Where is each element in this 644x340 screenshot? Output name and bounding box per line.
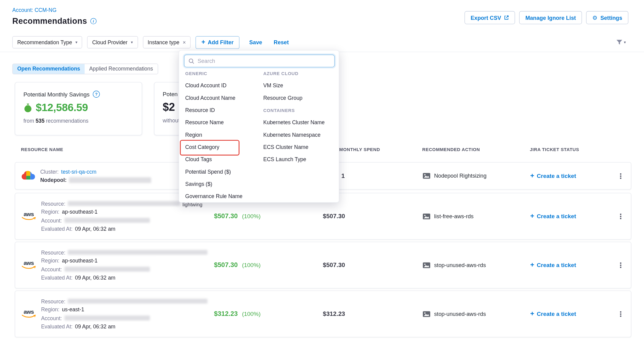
search-box[interactable] [184, 55, 335, 67]
spend-card-title: Poten [163, 91, 177, 97]
manage-ignore-list-button[interactable]: Manage Ignore List [519, 11, 582, 24]
redacted-value [68, 201, 180, 206]
filter-option-potential-spend[interactable]: Potential Spend ($) [185, 166, 263, 178]
redacted-value [68, 250, 207, 255]
create-ticket-button[interactable]: + Create a ticket [530, 310, 613, 318]
filter-option-cloud-account-id[interactable]: Cloud Account ID [185, 80, 263, 92]
filter-bar: Recommendation Type ▾ Cloud Provider ▾ I… [0, 33, 644, 52]
filter-section-azure-cloud: AZURE CLOUD [263, 67, 337, 79]
filter-option-kubernetes-namespace[interactable]: Kubernetes Namespace [263, 129, 337, 141]
add-filter-button[interactable]: + Add Filter [196, 36, 240, 49]
savings-percent: (100%) [242, 213, 261, 220]
region-value: us-east-1 [62, 307, 84, 313]
spend-value-fragment: 1 [341, 172, 345, 179]
region-label: Region: [41, 209, 59, 215]
filter-option-kubernetes-cluster-name[interactable]: Kubernetes Cluster Name [263, 117, 337, 129]
filter-option-cloud-account-name[interactable]: Cloud Account Name [185, 92, 263, 104]
account-breadcrumb-link[interactable]: Account: CCM-NG [12, 7, 57, 13]
savings-card-title: Potential Monthly Savings [24, 91, 90, 98]
filter-panel-toggle[interactable]: ▾ [616, 39, 626, 45]
recommendations-tabs: Open Recommendations Applied Recommendat… [12, 63, 158, 74]
page-title-row: Recommendations i [12, 16, 97, 26]
page-title: Recommendations [12, 16, 87, 26]
col-header-jira-ticket-status: JIRA TICKET STATUS [524, 147, 612, 152]
settings-label: Settings [600, 15, 622, 21]
potential-monthly-savings-card: Potential Monthly Savings ? $12,586.59 f… [15, 82, 142, 136]
save-filter-button[interactable]: Save [249, 39, 262, 45]
evaluated-at-label: Evaluated At: [41, 324, 72, 330]
chevron-down-icon: ▾ [75, 40, 78, 44]
row-menu-icon[interactable]: ⋮ [617, 261, 624, 269]
row-menu-icon[interactable]: ⋮ [617, 212, 624, 220]
recommendations-page: Account: CCM-NG Recommendations i Export… [0, 0, 644, 340]
filter-option-governance-rule-name[interactable]: Governance Rule Name [185, 190, 263, 203]
chip-label: Cloud Provider [92, 39, 128, 45]
row-menu-icon[interactable]: ⋮ [617, 172, 624, 180]
action-image-icon [423, 262, 430, 268]
evaluated-at-label: Evaluated At: [41, 226, 72, 232]
account-label: Account: [41, 315, 62, 321]
redacted-value [69, 177, 151, 183]
filter-chip-instance-type[interactable]: Instance type × [143, 36, 191, 48]
aws-icon: aws [21, 261, 36, 270]
resource-name-tail: lightwing [182, 202, 202, 208]
add-filter-label: Add Filter [208, 39, 234, 45]
gear-icon: ⚙ [592, 15, 598, 20]
tab-applied-recommendations[interactable]: Applied Recommendations [85, 64, 157, 74]
reset-filter-button[interactable]: Reset [274, 39, 289, 45]
plus-icon: + [530, 172, 534, 180]
filter-chip-recommendation-type[interactable]: Recommendation Type ▾ [12, 36, 82, 48]
filter-option-cloud-tags[interactable]: Cloud Tags [185, 154, 263, 166]
cluster-name-link[interactable]: test-sri-qa-ccm [61, 168, 97, 175]
spend-value: $507.30 [323, 261, 345, 268]
search-input[interactable] [198, 58, 330, 64]
filter-option-cost-category[interactable]: Cost Category [185, 141, 263, 153]
savings-subtext: from 535 recommendations [24, 118, 134, 124]
aws-icon: aws [21, 309, 36, 319]
plus-icon: + [530, 310, 534, 318]
create-ticket-label: Create a ticket [537, 311, 576, 317]
nodepool-label: Nodepool: [40, 177, 67, 183]
filter-option-vm-size[interactable]: VM Size [263, 80, 337, 92]
create-ticket-button[interactable]: + Create a ticket [530, 212, 613, 220]
create-ticket-label: Create a ticket [537, 172, 576, 179]
close-icon[interactable]: × [183, 40, 186, 45]
redacted-value [64, 218, 150, 223]
money-bag-icon [24, 103, 33, 113]
filter-option-resource-group[interactable]: Resource Group [263, 92, 337, 104]
create-ticket-button[interactable]: + Create a ticket [530, 172, 613, 180]
region-value: ap-southeast-1 [62, 258, 98, 264]
redacted-value [64, 316, 150, 320]
region-label: Region: [41, 258, 59, 264]
filter-option-resource-name[interactable]: Resource Name [185, 117, 263, 129]
export-csv-button[interactable]: Export CSV [464, 11, 515, 24]
settings-button[interactable]: ⚙ Settings [586, 11, 628, 24]
filter-chip-cloud-provider[interactable]: Cloud Provider ▾ [87, 36, 138, 48]
help-icon[interactable]: ? [93, 91, 100, 98]
table-row[interactable]: aws Resource: Region: us-east-1 Account:… [15, 291, 631, 337]
recommended-action-text: list-free-aws-rds [434, 213, 474, 219]
tab-open-recommendations[interactable]: Open Recommendations [13, 64, 85, 74]
chip-label: Recommendation Type [17, 39, 72, 45]
aws-icon: aws [21, 212, 36, 221]
plus-icon: + [530, 212, 534, 220]
filter-option-ecs-launch-type[interactable]: ECS Launch Type [263, 154, 337, 166]
filter-option-savings[interactable]: Savings ($) [185, 178, 263, 190]
gcp-icon [21, 170, 35, 181]
spend-value: $312.23 [323, 310, 345, 317]
header-actions: Export CSV Manage Ignore List ⚙ Settings [464, 11, 628, 24]
create-ticket-label: Create a ticket [537, 262, 576, 269]
filter-option-ecs-cluster-name[interactable]: ECS Cluster Name [263, 141, 337, 153]
search-icon [188, 58, 194, 64]
evaluated-at-value: 09 Apr, 06:32 am [75, 275, 115, 281]
recommended-action-text: Nodepool Rightsizing [434, 173, 487, 179]
row-menu-icon[interactable]: ⋮ [617, 310, 624, 318]
savings-percent: (100%) [242, 311, 261, 317]
funnel-icon [616, 39, 623, 45]
create-ticket-button[interactable]: + Create a ticket [530, 261, 613, 269]
table-row[interactable]: aws Resource: Region: ap-southeast-1 Acc… [15, 242, 631, 288]
chevron-down-icon: ▾ [131, 40, 133, 44]
filter-option-resource-id[interactable]: Resource ID [185, 104, 263, 116]
cluster-label: Cluster: [40, 168, 59, 175]
filter-option-region[interactable]: Region [185, 129, 263, 141]
